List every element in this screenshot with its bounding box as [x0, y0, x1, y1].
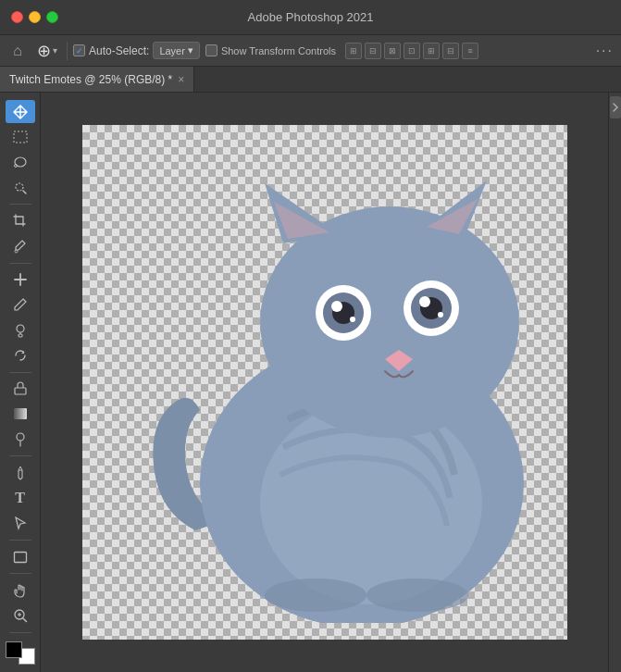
align-bottom-icon[interactable]: ⊟ [442, 43, 459, 59]
foreground-color-swatch[interactable] [6, 641, 22, 658]
type-tool[interactable]: T [6, 487, 35, 510]
svg-point-19 [260, 206, 519, 438]
svg-rect-9 [15, 388, 26, 394]
svg-line-4 [23, 191, 26, 193]
traffic-lights [11, 11, 58, 23]
path-select-tool[interactable] [6, 512, 35, 535]
history-brush-tool[interactable] [6, 343, 35, 367]
svg-point-5 [15, 250, 18, 253]
svg-point-3 [16, 183, 23, 191]
doc-tab-title: Twitch Emotes @ 25% (RGB/8) * [9, 73, 172, 86]
doc-tab-bar: Twitch Emotes @ 25% (RGB/8) * × [0, 67, 621, 93]
canvas-area [41, 93, 608, 672]
gradient-tool[interactable] [6, 403, 35, 426]
tool-separator-7 [9, 632, 31, 633]
minimize-button[interactable] [29, 11, 41, 23]
right-panel-collapse [608, 93, 621, 672]
auto-select-checkbox[interactable] [73, 44, 85, 56]
collapse-panel-button[interactable] [610, 96, 621, 118]
dodge-tool[interactable] [6, 428, 35, 451]
svg-point-11 [17, 433, 24, 441]
home-icon[interactable]: ⌂ [7, 41, 28, 61]
svg-point-6 [17, 325, 24, 332]
zoom-tool[interactable] [6, 604, 35, 628]
transform-checkbox[interactable] [205, 44, 217, 56]
app-title: Adobe Photoshop 2021 [248, 10, 374, 24]
more-options-button[interactable]: ··· [596, 43, 614, 59]
svg-rect-7 [19, 334, 22, 337]
title-bar: Adobe Photoshop 2021 [0, 0, 621, 35]
tool-separator-1 [9, 204, 31, 205]
clone-stamp-tool[interactable] [6, 318, 35, 342]
tool-separator-6 [9, 573, 31, 574]
svg-point-1 [15, 157, 26, 167]
align-top-icon[interactable]: ⊡ [404, 43, 420, 59]
close-tab-button[interactable]: × [178, 73, 184, 86]
svg-line-14 [23, 618, 27, 622]
pen-tool[interactable] [6, 461, 35, 484]
eyedropper-tool[interactable] [6, 234, 35, 257]
svg-point-36 [366, 579, 468, 612]
tool-separator-4 [9, 455, 31, 456]
quick-select-tool[interactable] [6, 176, 35, 199]
transform-label: Show Transform Controls [221, 45, 336, 56]
svg-point-35 [265, 579, 366, 612]
main-area: T [0, 93, 621, 672]
align-center-icon[interactable]: ⊟ [365, 43, 381, 59]
eraser-tool[interactable] [6, 378, 35, 401]
document-canvas [82, 125, 567, 640]
canvas-content [82, 125, 567, 640]
toolbar: T [0, 93, 41, 672]
svg-point-32 [419, 296, 430, 307]
svg-point-27 [331, 301, 342, 312]
tool-separator-2 [9, 263, 31, 264]
brush-tool[interactable] [6, 293, 35, 317]
transform-controls-group: Show Transform Controls [205, 44, 336, 56]
close-button[interactable] [11, 11, 23, 23]
align-middle-icon[interactable]: ⊞ [423, 43, 440, 59]
hand-tool[interactable] [6, 579, 35, 602]
align-icons-group: ⊞ ⊟ ⊠ ⊡ ⊞ ⊟ ≡ [345, 43, 478, 59]
svg-rect-0 [14, 131, 27, 143]
distribute-icon[interactable]: ≡ [462, 43, 478, 59]
options-bar: ⌂ ⊕ ▾ Auto-Select: Layer ▾ Show Transfor… [0, 35, 621, 67]
auto-select-group: Auto-Select: Layer ▾ [73, 42, 200, 59]
svg-rect-10 [14, 408, 27, 419]
layer-dropdown[interactable]: Layer ▾ [153, 42, 200, 59]
marquee-tool[interactable] [6, 125, 35, 148]
lasso-tool[interactable] [6, 151, 35, 174]
svg-point-33 [438, 312, 443, 317]
tool-separator-5 [9, 540, 31, 541]
healing-tool[interactable] [6, 268, 35, 292]
color-swatches[interactable] [6, 641, 35, 665]
move-tool[interactable] [6, 100, 35, 123]
svg-point-28 [350, 317, 355, 322]
auto-select-label: Auto-Select: [89, 44, 149, 57]
crop-tool[interactable] [6, 209, 35, 232]
svg-point-2 [14, 165, 17, 168]
align-left-icon[interactable]: ⊞ [345, 43, 362, 59]
rectangle-tool[interactable] [6, 545, 35, 568]
svg-rect-12 [14, 552, 26, 562]
align-right-icon[interactable]: ⊠ [384, 43, 401, 59]
maximize-button[interactable] [46, 11, 58, 23]
tool-separator-3 [9, 372, 31, 373]
document-tab[interactable]: Twitch Emotes @ 25% (RGB/8) * × [0, 67, 194, 92]
move-tool-icon: ⊕ ▾ [33, 39, 61, 63]
divider-1 [67, 42, 68, 60]
